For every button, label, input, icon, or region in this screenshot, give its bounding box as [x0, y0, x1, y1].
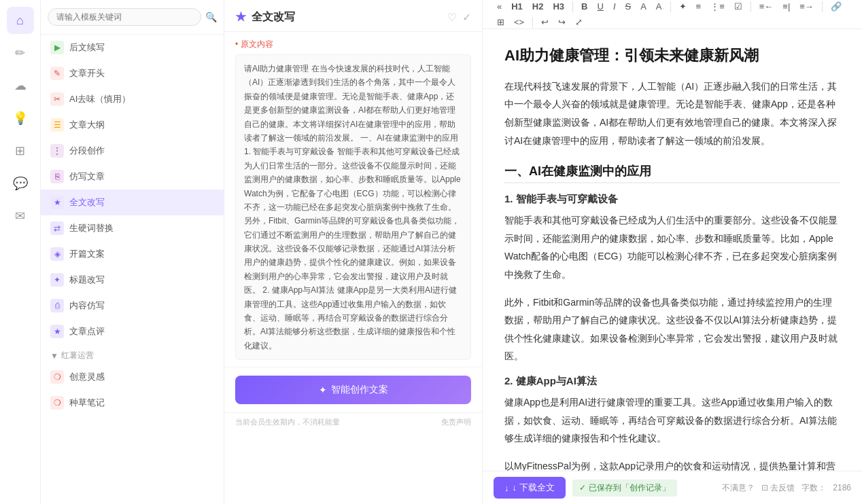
toolbar-ordered-list[interactable]: ⋮≡ — [707, 0, 728, 13]
original-label: 原文内容 — [235, 39, 471, 50]
section-arrow-icon: ▼ — [50, 351, 58, 361]
nav-item-opening[interactable]: ◈ 开篇文案 — [41, 241, 224, 267]
sidebar-bulb-icon[interactable]: 💡 — [7, 105, 34, 132]
toolbar-underline[interactable]: U — [594, 0, 607, 13]
wand-icon: ✦ — [319, 384, 327, 395]
toolbar-h2[interactable]: H2 — [529, 0, 547, 13]
toolbar-strikethrough[interactable]: S — [622, 0, 635, 13]
download-btn-label: ↓ 下载全文 — [513, 482, 555, 494]
search-input[interactable] — [48, 8, 201, 26]
nav-item-review[interactable]: ★ 文章点评 — [41, 319, 224, 344]
middle-panel: 🔍 ▶ 后文续写 ✎ 文章开头 ✂ AI去味（慎用） ☰ 文章大纲 ⋮ 分段创作… — [41, 0, 224, 504]
nav-label-opening: 开篇文案 — [69, 248, 105, 260]
original-text[interactable]: 请AI助力健康管理 在当今快速发展的科技时代，人工智能（AI）正逐渐渗透到我们生… — [235, 54, 471, 360]
article-sub2-text1: 健康App也是利用AI进行健康管理的重要工具。这些App通过收集用户输入的数据，… — [504, 393, 840, 448]
nav-icon-after-write: ▶ — [50, 41, 64, 54]
nav-item-plant-note[interactable]: ❍ 种草笔记 — [41, 390, 224, 416]
right-panel: « H1 H2 H3 B U I S A A· ✦ ≡ ⋮≡ ☑ ≡← ≡| ≡… — [483, 0, 862, 504]
nav-item-title-rewrite[interactable]: ✦ 标题改写 — [41, 267, 224, 293]
nav-item-imitate[interactable]: ⎘ 仿写文章 — [41, 164, 224, 190]
article-sub2-text2: 以MyFitnessPal为例，这款App记录用户的饮食和运动情况，提供热量计算… — [504, 457, 840, 471]
nav-label-segment: 分段创作 — [69, 145, 105, 157]
word-count-value: 2186 — [833, 483, 851, 492]
article-sub1-text2: 此外，Fitbit和Garmin等品牌的设备也具备类似功能，通过持续监控用户的生… — [504, 293, 840, 365]
toolbar: « H1 H2 H3 B U I S A A· ✦ ≡ ⋮≡ ☑ ≡← ≡| ≡… — [483, 0, 862, 29]
toolbar-sep4 — [822, 1, 823, 12]
toolbar-code[interactable]: <> — [511, 16, 528, 29]
search-bar: 🔍 — [41, 0, 224, 35]
nav-item-segment[interactable]: ⋮ 分段创作 — [41, 138, 224, 164]
toolbar-fullscreen[interactable]: ⤢ — [572, 16, 586, 29]
nav-label-creative: 创意灵感 — [69, 371, 105, 383]
toolbar-redo[interactable]: ↪ — [555, 16, 569, 29]
nav-label-review: 文章点评 — [69, 325, 105, 338]
check-button[interactable]: ✓ — [462, 11, 471, 24]
nav-item-after-write[interactable]: ▶ 后文续写 — [41, 35, 224, 60]
sidebar-cloud-icon[interactable]: ☁ — [7, 72, 34, 99]
nav-icon-review: ★ — [50, 325, 64, 338]
nav-item-content-imitate[interactable]: ⎙ 内容仿写 — [41, 293, 224, 319]
generate-button[interactable]: ✦ 智能创作文案 — [235, 376, 471, 404]
title-star-icon: ★ — [235, 10, 246, 24]
center-header-actions: ♡ ✓ — [447, 11, 471, 24]
feedback-button[interactable]: ⊡ 去反馈 — [761, 482, 795, 494]
favorite-button[interactable]: ♡ — [447, 11, 457, 24]
toolbar-align-left[interactable]: ≡← — [756, 0, 777, 13]
nav-item-creative[interactable]: ❍ 创意灵感 — [41, 364, 224, 390]
toolbar-sep3 — [751, 1, 751, 12]
toolbar-align-center[interactable]: ≡| — [779, 0, 793, 13]
nav-item-ai-remove[interactable]: ✂ AI去味（慎用） — [41, 86, 224, 112]
toolbar-bullet-list[interactable]: ≡ — [693, 0, 705, 13]
section-title-label: 红薯运营 — [61, 350, 94, 361]
sidebar-grid-icon[interactable]: ⊞ — [7, 137, 34, 164]
nav-item-word-replace[interactable]: ⇄ 生硬词替换 — [41, 215, 224, 241]
toolbar-link[interactable]: 🔗 — [827, 0, 845, 13]
sidebar-edit-icon[interactable]: ✏ — [7, 39, 34, 67]
toolbar-italic[interactable]: I — [610, 0, 619, 13]
nav-item-outline[interactable]: ☰ 文章大纲 — [41, 112, 224, 138]
nav-icon-title-rewrite: ✦ — [50, 273, 64, 287]
content-area[interactable]: AI助力健康管理：引领未来健康新风潮 在现代科技飞速发展的背景下，人工智能（AI… — [483, 29, 862, 471]
nav-icon-outline: ☰ — [50, 118, 64, 132]
original-section: 原文内容 请AI助力健康管理 在当今快速发展的科技时代，人工智能（AI）正逐渐渗… — [224, 32, 482, 367]
nav-label-after-write: 后文续写 — [69, 41, 105, 54]
toolbar-format-left[interactable]: « — [494, 0, 505, 13]
nav-icon-imitate: ⎘ — [50, 170, 64, 183]
search-button[interactable]: 🔍 — [205, 12, 217, 22]
nav-icon-article-open: ✎ — [50, 67, 64, 80]
nav-label-rewrite: 全文改写 — [69, 196, 105, 209]
nav-label-content-imitate: 内容仿写 — [69, 300, 105, 312]
toolbar-table[interactable]: ⊞ — [494, 16, 508, 29]
toolbar-h1[interactable]: H1 — [508, 0, 526, 13]
nav-icon-plant-note: ❍ — [50, 396, 64, 410]
nav-label-plant-note: 种草笔记 — [69, 397, 105, 409]
toolbar-clear-format[interactable]: ✦ — [676, 0, 690, 13]
sidebar-chat-icon[interactable]: 💬 — [7, 170, 34, 197]
feedback-label: 不满意？ — [722, 482, 755, 494]
word-count-label: 字数： — [801, 482, 826, 494]
article-sub2-title: 2. 健康App与AI算法 — [504, 375, 840, 388]
center-panel: ★ 全文改写 ♡ ✓ 原文内容 请AI助力健康管理 在当今快速发展的科技时代，人… — [224, 0, 483, 504]
toolbar-undo[interactable]: ↩ — [538, 16, 552, 29]
article-section1-title: 一、AI在健康监测中的应用 — [504, 163, 840, 183]
nav-item-rewrite[interactable]: ★ 全文改写 — [41, 190, 224, 215]
sidebar-home-icon[interactable]: ⌂ — [7, 7, 34, 34]
article-sub1-title: 1. 智能手表与可穿戴设备 — [504, 193, 840, 206]
download-button[interactable]: ↓ ↓ 下载全文 — [494, 477, 566, 499]
nav-icon-segment: ⋮ — [50, 144, 64, 158]
nav-label-title-rewrite: 标题改写 — [69, 274, 105, 286]
toolbar-sep1 — [572, 1, 573, 12]
toolbar-highlight[interactable]: A· — [653, 0, 666, 13]
toolbar-font-color[interactable]: A — [637, 0, 650, 13]
nav-list: ▶ 后文续写 ✎ 文章开头 ✂ AI去味（慎用） ☰ 文章大纲 ⋮ 分段创作 ⎘… — [41, 35, 224, 504]
sidebar-mail-icon[interactable]: ✉ — [7, 202, 34, 230]
toolbar-bold[interactable]: B — [578, 0, 591, 13]
section-title-hongshu[interactable]: ▼ 红薯运营 — [41, 344, 224, 364]
toolbar-align-right[interactable]: ≡→ — [796, 0, 817, 13]
toolbar-h3[interactable]: H3 — [549, 0, 568, 13]
article-para-intro: 在现代科技飞速发展的背景下，人工智能（AI）正逐步融入我们的日常生活，其中一个最… — [504, 77, 840, 149]
nav-item-article-open[interactable]: ✎ 文章开头 — [41, 60, 224, 86]
center-title-text: 全文改写 — [252, 10, 295, 24]
toolbar-checklist[interactable]: ☑ — [731, 0, 746, 13]
article-title: AI助力健康管理：引领未来健康新风潮 — [504, 46, 840, 67]
